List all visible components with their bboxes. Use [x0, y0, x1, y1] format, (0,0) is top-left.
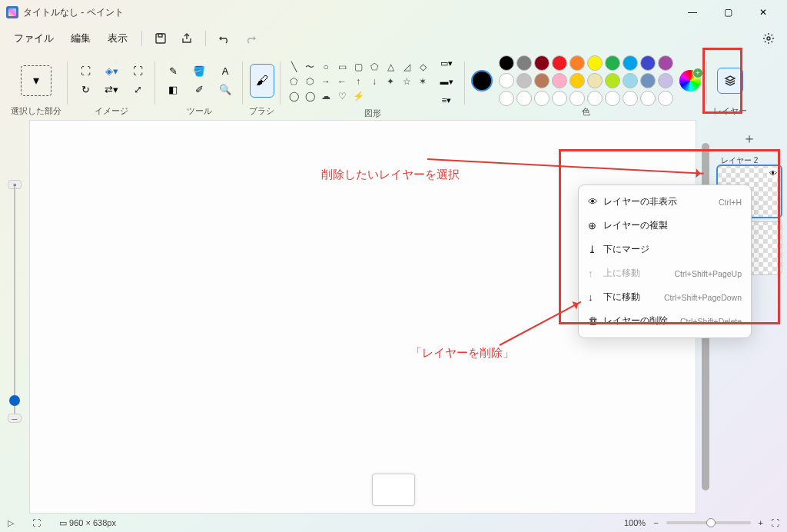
color-swatch[interactable]	[623, 91, 638, 106]
add-layer-button[interactable]: ＋	[715, 125, 784, 152]
color-swatch[interactable]	[552, 91, 567, 106]
color-swatch[interactable]	[587, 73, 603, 88]
color-picker-icon[interactable]	[679, 70, 701, 91]
crop-icon[interactable]: ⛶	[74, 64, 97, 79]
thickness-icon[interactable]: ≡▾	[434, 92, 459, 108]
ctx-delete-layer[interactable]: 🗑レイヤーの削除Ctrl+Shift+Delete	[579, 309, 751, 333]
color-swatch[interactable]	[658, 55, 673, 71]
shape-curve-icon[interactable]: 〜	[303, 61, 317, 73]
color-swatch[interactable]	[658, 91, 673, 106]
shape-callout2-icon[interactable]: ◯	[303, 90, 317, 102]
ctx-merge-down[interactable]: ⤓下にマージ	[579, 238, 751, 261]
fit-screen-icon[interactable]: ⛶	[771, 518, 779, 527]
color-swatch[interactable]	[623, 55, 638, 71]
shape-rtriangle-icon[interactable]: ◿	[400, 61, 413, 73]
undo-icon[interactable]	[212, 26, 237, 51]
shape-5star-icon[interactable]: ☆	[400, 75, 413, 88]
ctx-move-down[interactable]: ↓下に移動Ctrl+Shift+PageDown	[579, 285, 751, 309]
fill-shape-icon[interactable]: ▬▾	[434, 74, 459, 89]
magnifier-icon[interactable]: 🔍	[214, 82, 237, 98]
slider-handle[interactable]	[9, 395, 20, 406]
pencil-icon[interactable]: ✎	[161, 64, 184, 79]
shape-larrow-icon[interactable]: ←	[335, 75, 349, 88]
color-swatch[interactable]	[587, 91, 603, 106]
color-swatch[interactable]	[640, 55, 656, 71]
fill-icon[interactable]: 🪣	[188, 64, 211, 79]
invert-icon[interactable]: ⤢	[126, 82, 149, 98]
color-swatch[interactable]	[534, 55, 550, 71]
color-swatch[interactable]	[499, 91, 514, 106]
shape-roundrect-icon[interactable]: ▢	[351, 61, 365, 73]
rotate-icon[interactable]: ↻	[74, 82, 97, 98]
color-swatch[interactable]	[552, 73, 567, 88]
menu-file[interactable]: ファイル	[6, 27, 61, 50]
flip-icon[interactable]: ⇄▾	[100, 82, 123, 98]
color-swatch[interactable]	[605, 91, 620, 106]
shape-callout-icon[interactable]: ◯	[287, 90, 301, 102]
color-swatch[interactable]	[569, 55, 585, 71]
color-swatch[interactable]	[569, 91, 585, 106]
color-swatch[interactable]	[605, 55, 620, 71]
menu-view[interactable]: 表示	[100, 27, 135, 50]
layers-button[interactable]	[717, 68, 743, 94]
close-button[interactable]: ✕	[745, 0, 781, 25]
minimize-button[interactable]: ―	[675, 0, 710, 25]
save-icon[interactable]	[148, 26, 173, 51]
visibility-icon[interactable]: 👁	[767, 168, 779, 178]
shape-polygon-icon[interactable]: ⬠	[367, 61, 381, 73]
select-tool[interactable]: ▾	[21, 65, 51, 96]
ctx-duplicate-layer[interactable]: ⊕レイヤーの複製	[579, 214, 751, 238]
shape-darrow-icon[interactable]: ↓	[367, 75, 381, 88]
text-icon[interactable]: A	[214, 64, 237, 79]
shape-triangle-icon[interactable]: △	[384, 61, 397, 73]
eraser-icon[interactable]: ◧	[161, 82, 184, 98]
shape-oval-icon[interactable]: ○	[319, 61, 333, 73]
brush-tool[interactable]: 🖌	[250, 64, 274, 98]
color-swatch[interactable]	[658, 73, 673, 88]
zoom-out-button[interactable]: −	[653, 518, 658, 527]
color-swatch[interactable]	[552, 55, 567, 71]
canvas-navigator[interactable]	[372, 474, 415, 506]
color-swatch[interactable]	[499, 55, 514, 71]
zoom-in-button[interactable]: +	[759, 518, 763, 527]
slider[interactable]: ≡ —	[11, 186, 18, 417]
menu-edit[interactable]: 編集	[63, 27, 98, 50]
layer-context-menu: 👁レイヤーの非表示Ctrl+H ⊕レイヤーの複製 ⤓下にマージ ↑上に移動Ctr…	[578, 185, 752, 338]
color-swatch[interactable]	[623, 73, 638, 88]
color-swatch[interactable]	[605, 73, 620, 88]
shape-6star-icon[interactable]: ✶	[416, 75, 430, 88]
maximize-button[interactable]: ▢	[710, 0, 745, 25]
shape-uarrow-icon[interactable]: ↑	[351, 75, 365, 88]
shape-heart-icon[interactable]: ♡	[335, 90, 349, 102]
zoom-slider[interactable]	[666, 521, 751, 524]
color-swatch[interactable]	[499, 73, 514, 88]
outline-icon[interactable]: ▭▾	[434, 55, 459, 71]
picker-icon[interactable]: ✐	[188, 82, 211, 98]
shape-cloud-icon[interactable]: ☁	[319, 90, 333, 102]
zoom-handle[interactable]	[706, 518, 716, 527]
shape-pentagon-icon[interactable]: ⬠	[287, 75, 301, 88]
color-swatch[interactable]	[516, 91, 532, 106]
resize-icon[interactable]: ◈▾	[100, 64, 123, 79]
shape-line-icon[interactable]: ╲	[287, 61, 301, 73]
shape-diamond-icon[interactable]: ◇	[416, 61, 430, 73]
color-swatch[interactable]	[534, 91, 550, 106]
shape-rarrow-icon[interactable]: →	[319, 75, 333, 88]
select-all-icon[interactable]: ⛶	[126, 64, 149, 79]
color-swatch[interactable]	[587, 55, 603, 71]
color-swatch[interactable]	[534, 73, 550, 88]
shape-rect-icon[interactable]: ▭	[335, 61, 349, 73]
color-swatch[interactable]	[516, 55, 532, 71]
color-swatch[interactable]	[640, 91, 656, 106]
settings-icon[interactable]	[756, 26, 781, 51]
color-swatch[interactable]	[640, 73, 656, 88]
share-icon[interactable]	[174, 26, 199, 51]
shape-lightning-icon[interactable]: ⚡	[351, 90, 365, 102]
color-primary[interactable]	[471, 70, 493, 91]
shape-4star-icon[interactable]: ✦	[384, 75, 397, 88]
redo-icon[interactable]	[238, 26, 263, 51]
shape-hexagon-icon[interactable]: ⬡	[303, 75, 317, 88]
ctx-hide-layer[interactable]: 👁レイヤーの非表示Ctrl+H	[579, 190, 751, 214]
color-swatch[interactable]	[516, 73, 532, 88]
color-swatch[interactable]	[569, 73, 585, 88]
